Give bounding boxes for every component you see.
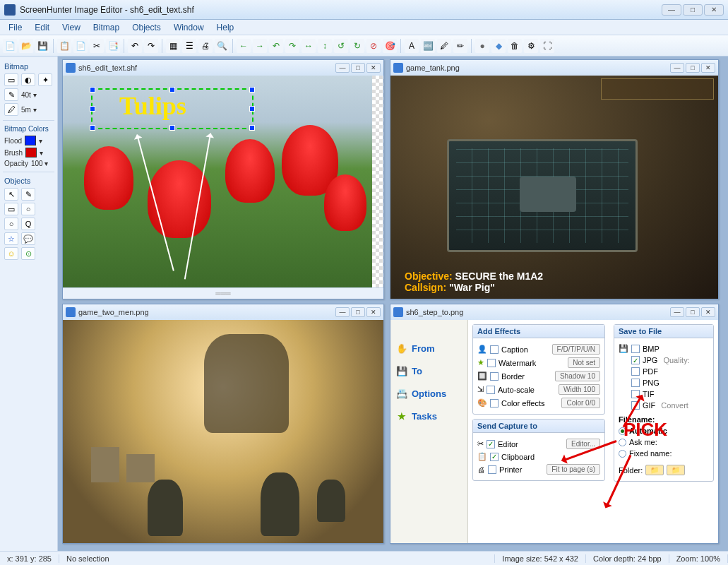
flood-color-swatch[interactable] [25, 136, 36, 145]
child-max-button[interactable]: □ [351, 307, 365, 317]
arrow-left-icon[interactable]: ← [237, 39, 251, 53]
autoscale-checkbox[interactable] [487, 386, 495, 394]
circle-tool[interactable]: ○ [21, 203, 35, 215]
child-min-button[interactable]: — [335, 307, 350, 317]
coloreffects-button[interactable]: Color 0/0 [561, 398, 600, 408]
child-close-button[interactable]: ✕ [366, 63, 381, 73]
border-button[interactable]: Shadow 10 [555, 371, 600, 381]
rect-select-tool[interactable]: ▭ [4, 73, 18, 86]
circle-icon[interactable]: ● [475, 39, 489, 53]
arrow-right-icon[interactable]: → [253, 39, 267, 53]
trash-icon[interactable]: 🗑 [508, 39, 522, 53]
close-button[interactable]: ✕ [704, 4, 724, 16]
open-icon[interactable]: 📂 [19, 39, 33, 53]
caption-button[interactable]: F/D/T/P/U/N [552, 344, 600, 355]
menu-edit[interactable]: Edit [29, 21, 55, 34]
printer-button[interactable]: Fit to page (s) [547, 464, 600, 475]
jpg-checkbox[interactable]: ✓ [631, 356, 640, 364]
wand-icon[interactable]: ✎ [4, 88, 18, 101]
child-max-button[interactable]: □ [686, 307, 700, 317]
list-icon[interactable]: ☰ [182, 39, 196, 53]
target-icon[interactable]: 🎯 [383, 39, 397, 53]
editor-checkbox[interactable]: ✓ [487, 440, 495, 448]
flip-v-icon[interactable]: ↕ [318, 39, 332, 53]
canvas-tulips[interactable]: Tulips [63, 76, 383, 287]
ellipse-tool[interactable]: ○ [4, 218, 18, 230]
child-window-tulips[interactable]: sh6_edit_text.shf — □ ✕ Tulips [62, 59, 384, 299]
undo-icon[interactable]: ↶ [128, 39, 142, 53]
new-icon[interactable]: 📄 [3, 39, 17, 53]
child-window-tank[interactable]: game_tank.png —□✕ Objective: SECURE the … [390, 59, 719, 299]
magic-tool[interactable]: ✦ [38, 73, 52, 86]
pencil-icon[interactable]: ✏ [453, 39, 467, 53]
child-close-button[interactable]: ✕ [701, 307, 715, 317]
nav-to[interactable]: 💾To [390, 359, 467, 382]
brush-color-swatch[interactable] [25, 148, 37, 157]
folder-button-2[interactable]: 📁 [667, 465, 685, 475]
duplicate-icon[interactable]: 📑 [106, 39, 120, 53]
flip-h-icon[interactable]: ↔ [302, 39, 316, 53]
nav-from[interactable]: ✋From [390, 337, 467, 359]
gear-icon[interactable]: ⚙ [524, 39, 538, 53]
copy-icon[interactable]: 📋 [57, 39, 71, 53]
child-window-twomen[interactable]: game_two_men.png —□✕ [62, 304, 384, 544]
maximize-button[interactable]: □ [683, 4, 703, 16]
child-max-button[interactable]: □ [686, 63, 700, 73]
prohibit-icon[interactable]: ⊘ [366, 39, 381, 53]
menu-bitmap[interactable]: Bitmap [88, 21, 125, 34]
paste-icon[interactable]: 📄 [73, 39, 88, 53]
menu-help[interactable]: Help [211, 21, 240, 34]
nav-options[interactable]: 📇Options [390, 382, 467, 405]
edit-tool[interactable]: ✎ [21, 188, 35, 201]
undo-green-icon[interactable]: ↶ [269, 39, 283, 53]
selection-box[interactable] [91, 88, 253, 129]
ellipse-select-tool[interactable]: ◐ [21, 73, 35, 86]
tolerance-label[interactable]: 40t ▾ [21, 91, 37, 99]
rotate-ccw-icon[interactable]: ↺ [334, 39, 348, 53]
bmp-checkbox[interactable] [631, 345, 640, 353]
menu-window[interactable]: Window [168, 21, 210, 34]
menu-view[interactable]: View [56, 21, 86, 34]
child-max-button[interactable]: □ [351, 63, 365, 73]
autoscale-button[interactable]: Width 100 [559, 384, 600, 395]
coloreffects-checkbox[interactable] [490, 399, 499, 408]
pen-icon[interactable]: 🖊 [4, 103, 18, 116]
child-close-button[interactable]: ✕ [701, 63, 715, 73]
folder-button-1[interactable]: 📁 [645, 465, 664, 475]
child-min-button[interactable]: — [670, 307, 684, 317]
redo-green-icon[interactable]: ↷ [285, 39, 299, 53]
menu-file[interactable]: File [3, 21, 28, 34]
smiley-tool[interactable]: ☺ [4, 247, 18, 260]
pointer-tool[interactable]: ↖ [4, 188, 18, 201]
brush-dropdown[interactable]: ▾ [40, 149, 43, 157]
save-icon[interactable]: 💾 [35, 39, 49, 53]
stamp-tool[interactable]: ⊙ [21, 247, 35, 260]
nav-tasks[interactable]: ★Tasks [390, 405, 467, 427]
child-titlebar[interactable]: game_tank.png —□✕ [390, 60, 718, 76]
watermark-button[interactable]: Not set [568, 357, 600, 368]
png-checkbox[interactable] [631, 379, 640, 387]
opacity-value[interactable]: 100 ▾ [31, 160, 48, 167]
fixed-radio[interactable] [619, 450, 626, 458]
size-label[interactable]: 5m ▾ [21, 106, 37, 114]
rect-tool[interactable]: ▭ [4, 203, 18, 215]
zoom-icon[interactable]: 🔍 [215, 39, 229, 53]
text-icon[interactable]: A [405, 39, 419, 53]
canvas-step[interactable]: ✋From 💾To 📇Options ★Tasks Add Effects 👤C… [390, 320, 718, 543]
child-close-button[interactable]: ✕ [366, 307, 381, 317]
brush-icon[interactable]: 🖉 [437, 39, 451, 53]
star-tool[interactable]: ☆ [4, 232, 18, 245]
eraser-icon[interactable]: ◆ [491, 39, 506, 53]
watermark-checkbox[interactable] [487, 359, 496, 367]
redo-icon[interactable]: ↷ [144, 39, 158, 53]
print-icon[interactable]: 🖨 [198, 39, 213, 53]
child-titlebar[interactable]: sh6_step_to.png —□✕ [390, 304, 718, 320]
child-min-button[interactable]: — [335, 63, 350, 73]
child-window-step[interactable]: sh6_step_to.png —□✕ ✋From 💾To 📇Options ★… [390, 304, 719, 544]
flood-dropdown[interactable]: ▾ [39, 137, 42, 145]
minimize-button[interactable]: — [662, 4, 681, 16]
canvas-twomen[interactable] [63, 320, 383, 543]
clipboard-checkbox[interactable]: ✓ [490, 453, 499, 461]
child-min-button[interactable]: — [670, 63, 684, 73]
child-titlebar[interactable]: game_two_men.png —□✕ [63, 304, 383, 320]
